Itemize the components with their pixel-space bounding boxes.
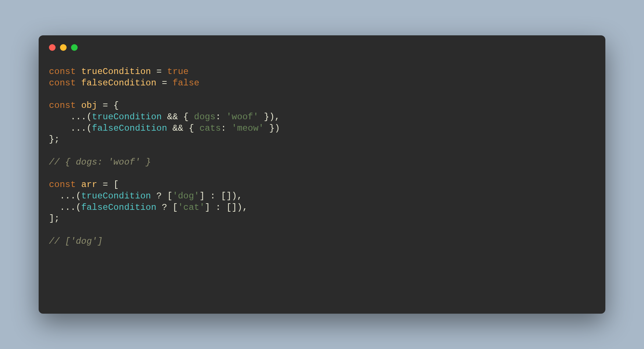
variable-name: arr <box>81 180 98 190</box>
punctuation: ...( <box>49 112 92 122</box>
literal-true: true <box>167 67 188 77</box>
string-literal: 'dog' <box>173 191 199 201</box>
variable-name: falseCondition <box>81 78 156 88</box>
punctuation: }; <box>49 134 60 144</box>
string-literal: 'woof' <box>226 112 259 122</box>
property-name: cats <box>199 123 221 133</box>
keyword-const: const <box>49 78 76 88</box>
punctuation: ] : []), <box>199 191 243 201</box>
punctuation: = [ <box>97 180 118 190</box>
identifier: trueCondition <box>92 112 162 122</box>
punctuation: ] : []), <box>205 202 248 212</box>
string-literal: 'meow' <box>232 123 264 133</box>
close-icon[interactable] <box>49 44 56 51</box>
code-window: const trueCondition = true const falseCo… <box>39 35 605 314</box>
operator-ternary: ? [ <box>156 202 178 212</box>
title-bar <box>39 35 605 51</box>
identifier: trueCondition <box>81 191 151 201</box>
operator-and: && { <box>167 123 199 133</box>
property-name: dogs <box>194 112 215 122</box>
punctuation: : <box>216 112 226 122</box>
punctuation: ...( <box>49 123 92 133</box>
punctuation: ]; <box>49 214 60 223</box>
punctuation: : <box>221 123 231 133</box>
punctuation: }), <box>259 112 280 122</box>
string-literal: 'cat' <box>178 202 205 212</box>
keyword-const: const <box>49 180 76 190</box>
variable-name: obj <box>81 101 98 110</box>
code-block: const trueCondition = true const falseCo… <box>39 51 605 258</box>
maximize-icon[interactable] <box>71 44 78 51</box>
punctuation: ...( <box>49 202 81 212</box>
identifier: falseCondition <box>81 202 156 212</box>
comment: // { dogs: 'woof' } <box>49 157 151 167</box>
literal-false: false <box>173 78 199 88</box>
comment: // ['dog'] <box>49 236 103 246</box>
operator-ternary: ? [ <box>151 191 172 201</box>
punctuation: = { <box>97 101 118 110</box>
operator-equals: = <box>151 67 167 77</box>
punctuation: ...( <box>49 191 81 201</box>
variable-name: trueCondition <box>81 67 151 77</box>
keyword-const: const <box>49 101 76 110</box>
operator-equals: = <box>156 78 173 88</box>
identifier: falseCondition <box>92 123 167 133</box>
keyword-const: const <box>49 67 76 77</box>
punctuation: }) <box>264 123 280 133</box>
operator-and: && { <box>162 112 194 122</box>
minimize-icon[interactable] <box>60 44 67 51</box>
